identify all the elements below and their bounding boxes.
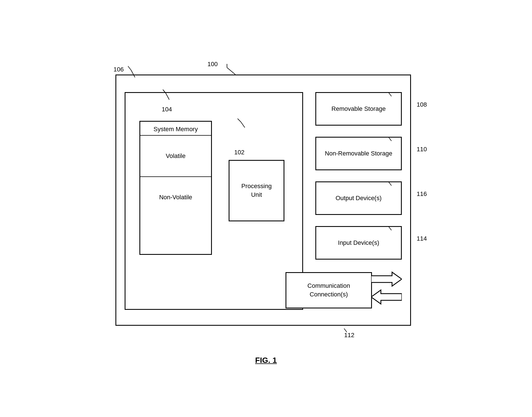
ref-116: 116 <box>417 190 427 198</box>
volatile-section: Volatile <box>140 136 211 177</box>
outer-box-100: System Memory Volatile Non-Volatile Proc… <box>115 75 411 326</box>
ref-102: 102 <box>234 149 245 156</box>
fig-label: FIG. 1 <box>255 356 277 365</box>
comm-connections-wrapper: Communication Connection(s) <box>286 271 402 310</box>
svg-line-2 <box>227 68 235 75</box>
system-memory-label: System Memory <box>140 122 211 136</box>
non-volatile-section: Non-Volatile <box>140 177 211 218</box>
ref-100: 100 <box>207 61 218 68</box>
svg-marker-0 <box>371 272 402 286</box>
page-container: System Memory Volatile Non-Volatile Proc… <box>0 0 532 417</box>
ref-108: 108 <box>417 101 427 108</box>
diagram-area: System Memory Volatile Non-Volatile Proc… <box>99 41 433 376</box>
comm-arrows-svg <box>371 271 402 310</box>
output-devices-label: Output Device(s) <box>335 194 381 203</box>
ref-110: 110 <box>417 146 427 153</box>
input-devices-label: Input Device(s) <box>338 239 379 247</box>
svg-marker-1 <box>371 290 402 304</box>
svg-line-5 <box>128 66 131 70</box>
processing-unit-box: Processing Unit <box>229 160 284 221</box>
processing-unit-label: Processing Unit <box>241 182 272 199</box>
ref-104: 104 <box>162 106 172 113</box>
comm-connections-label: Communication Connection(s) <box>308 282 350 299</box>
ref-106: 106 <box>113 66 124 73</box>
non-removable-storage-label: Non-Removable Storage <box>325 149 392 158</box>
output-devices-box: Output Device(s) <box>315 181 402 215</box>
comm-connections-box: Communication Connection(s) <box>286 272 372 308</box>
inner-box-106: System Memory Volatile Non-Volatile Proc… <box>125 92 303 310</box>
ref-114: 114 <box>417 235 427 242</box>
removable-storage-box: Removable Storage <box>315 92 402 126</box>
non-removable-storage-box: Non-Removable Storage <box>315 137 402 170</box>
ref-112: 112 <box>344 332 354 339</box>
system-memory-box: System Memory Volatile Non-Volatile <box>139 121 212 255</box>
input-devices-box: Input Device(s) <box>315 226 402 260</box>
removable-storage-label: Removable Storage <box>332 105 386 113</box>
